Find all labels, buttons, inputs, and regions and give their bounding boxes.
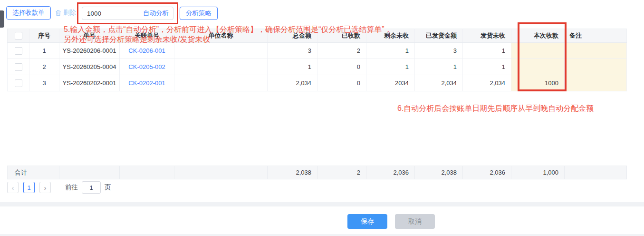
summary-row: 合计 2,038 2 2,036 2,038 2,036 1,000 bbox=[7, 166, 627, 179]
summary-doc-no bbox=[59, 166, 120, 179]
header-remark: 备注 bbox=[565, 29, 627, 43]
pagination-page-1[interactable]: 1 bbox=[23, 182, 35, 193]
seq-cell: 1 bbox=[29, 43, 59, 59]
remark-cell[interactable] bbox=[565, 43, 627, 59]
shipped-cell: 2,034 bbox=[415, 75, 463, 91]
header-received: 已收款 bbox=[317, 29, 366, 43]
header-shipped: 已发货金额 bbox=[415, 29, 463, 43]
summary-remaining: 2,036 bbox=[366, 166, 415, 179]
shipped-cell: 1 bbox=[415, 59, 463, 75]
delete-button-label: 删除 bbox=[63, 9, 76, 17]
total-cell: 2,034 bbox=[268, 75, 317, 91]
table-row: 1 YS-20260206-0001 CK-0206-001 3 2 1 3 1 bbox=[8, 43, 627, 59]
header-remaining: 剩余未收 bbox=[366, 29, 415, 43]
total-cell: 3 bbox=[268, 43, 317, 59]
doc-no-cell: YS-20260206-0001 bbox=[59, 43, 120, 59]
footer-divider bbox=[0, 202, 644, 206]
total-cell: 1 bbox=[268, 59, 317, 75]
shipped-unreceived-cell: 1 bbox=[463, 59, 511, 75]
related-no-link[interactable]: CK-0205-002 bbox=[128, 63, 165, 70]
received-cell: 0 bbox=[317, 59, 366, 75]
remaining-cell: 1 bbox=[366, 43, 415, 59]
header-unit-name: 单位名称 bbox=[174, 29, 268, 43]
row-checkbox[interactable] bbox=[15, 63, 22, 71]
summary-label: 合计 bbox=[8, 166, 59, 179]
summary-shipped-unreceived: 2,036 bbox=[463, 166, 511, 179]
summary-received: 2 bbox=[317, 166, 366, 179]
seq-cell: 2 bbox=[29, 59, 59, 75]
delete-button[interactable]: 删除 bbox=[52, 7, 79, 19]
header-this-receipt: 本次收款 bbox=[511, 29, 565, 43]
select-all-checkbox[interactable] bbox=[15, 32, 22, 39]
side-drawer-handle[interactable] bbox=[0, 10, 4, 28]
analysis-strategy-button[interactable]: 分析策略 bbox=[180, 7, 218, 20]
pagination: ‹ 1 › 前往 页 bbox=[7, 181, 111, 194]
summary-unit-name bbox=[174, 166, 268, 179]
unit-name-cell bbox=[174, 75, 268, 91]
shipped-unreceived-cell: 1 bbox=[463, 43, 511, 59]
amount-input-box: 自动分析 bbox=[82, 7, 173, 20]
this-receipt-cell[interactable] bbox=[511, 59, 565, 75]
related-no-link[interactable]: CK-0206-001 bbox=[128, 47, 165, 54]
summary-shipped: 2,038 bbox=[415, 166, 463, 179]
seq-cell: 3 bbox=[29, 75, 59, 91]
this-receipt-cell[interactable]: 1000 bbox=[511, 75, 565, 91]
shipped-unreceived-cell: 2,034 bbox=[463, 75, 511, 91]
auto-analyze-link[interactable]: 自动分析 bbox=[143, 9, 173, 18]
summary-total: 2,038 bbox=[268, 166, 317, 179]
remaining-cell: 2034 bbox=[366, 75, 415, 91]
cancel-button[interactable]: 取消 bbox=[395, 214, 435, 229]
this-receipt-cell[interactable] bbox=[511, 43, 565, 59]
table-row: 2 YS-20260205-0004 CK-0205-002 1 0 1 1 1 bbox=[8, 59, 627, 75]
remaining-cell: 1 bbox=[366, 59, 415, 75]
goto-page-label: 前往 bbox=[65, 183, 78, 192]
receipt-analysis-page: 选择收款单 删除 自动分析 分析策略 5.输入金额，点击“自动分析”，分析前可进… bbox=[0, 0, 644, 236]
doc-no-cell: YS-20260202-0001 bbox=[59, 75, 120, 91]
received-cell: 0 bbox=[317, 75, 366, 91]
highlight-box-amount-input: 自动分析 bbox=[77, 2, 178, 24]
header-shipped-unreceived: 发货未收 bbox=[463, 29, 511, 43]
receipt-table: 序号 单号 关联单号 单位名称 总金额 已收款 剩余未收 已发货金额 发货未收 … bbox=[7, 29, 627, 91]
pagination-next-button[interactable]: › bbox=[39, 182, 51, 193]
page-suffix-label: 页 bbox=[105, 183, 111, 192]
row-checkbox[interactable] bbox=[15, 79, 22, 87]
related-no-link[interactable]: CK-0202-001 bbox=[128, 79, 165, 87]
bottom-border bbox=[0, 234, 644, 236]
received-cell: 2 bbox=[317, 43, 366, 59]
goto-page-input[interactable] bbox=[82, 181, 101, 194]
header-doc-no: 单号 bbox=[59, 29, 120, 43]
header-related-no: 关联单号 bbox=[120, 29, 174, 43]
unit-name-cell bbox=[174, 43, 268, 59]
summary-this-receipt: 1,000 bbox=[511, 166, 565, 179]
summary-remark bbox=[565, 166, 627, 179]
save-button[interactable]: 保存 bbox=[347, 214, 387, 229]
doc-no-cell: YS-20260205-0004 bbox=[59, 59, 120, 75]
pagination-prev-button[interactable]: ‹ bbox=[7, 182, 19, 193]
annotation-step6: 6.自动分析后会按账单日期先后顺序从早到晚自动分配金额 bbox=[397, 104, 594, 114]
row-checkbox[interactable] bbox=[15, 47, 22, 55]
summary-related-no bbox=[120, 166, 174, 179]
unit-name-cell bbox=[174, 59, 268, 75]
header-total: 总金额 bbox=[268, 29, 317, 43]
remark-cell[interactable] bbox=[565, 75, 627, 91]
remark-cell[interactable] bbox=[565, 59, 627, 75]
shipped-cell: 3 bbox=[415, 43, 463, 59]
select-receipt-button[interactable]: 选择收款单 bbox=[6, 6, 51, 20]
trash-icon bbox=[55, 10, 61, 16]
table-header-row: 序号 单号 关联单号 单位名称 总金额 已收款 剩余未收 已发货金额 发货未收 … bbox=[8, 29, 627, 43]
amount-input[interactable] bbox=[82, 10, 143, 17]
table-row: 3 YS-20260202-0001 CK-0202-001 2,034 0 2… bbox=[8, 75, 627, 91]
header-seq: 序号 bbox=[29, 29, 59, 43]
